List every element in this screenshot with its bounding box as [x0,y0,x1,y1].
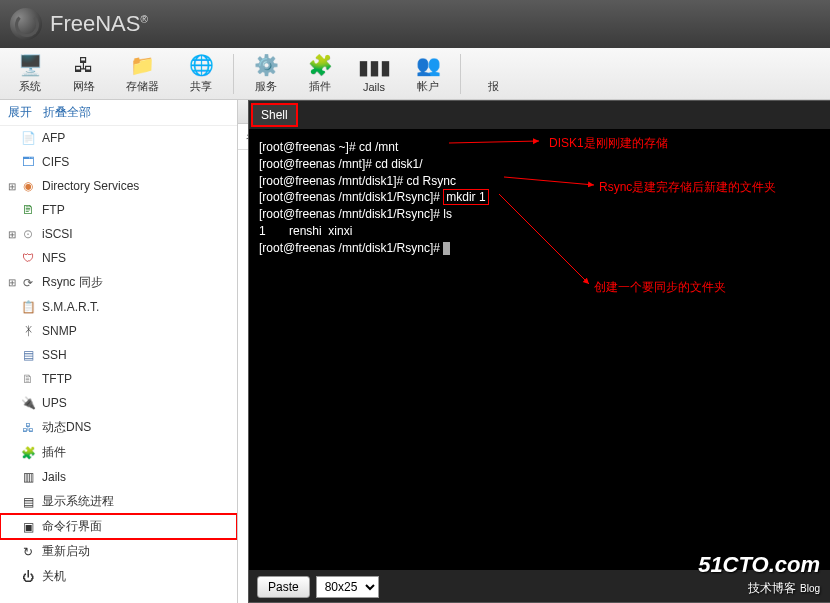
paste-button[interactable]: Paste [257,576,310,598]
toolbar-icon: ▮▮▮ [362,55,386,79]
toolbar-item[interactable]: 👥帐户 [402,51,454,96]
expand-icon[interactable]: ⊞ [6,181,18,192]
service-icon: ▤ [20,494,36,510]
toolbar-icon [481,53,505,77]
toolbar-item[interactable]: 📁存储器 [112,51,173,96]
tree-label: 动态DNS [42,419,91,436]
content-area: 名 Shell [root@freenas ~]# cd /mnt[root@f… [238,100,830,603]
annotation-label: DISK1是刚刚建的存储 [549,135,668,152]
service-icon: ◉ [20,178,36,194]
toolbar-item[interactable]: ⚙️服务 [240,51,292,96]
terminal-line: [root@freenas ~]# cd /mnt [259,139,821,156]
toolbar-item[interactable]: 🖧网络 [58,51,110,96]
tree-label: 命令行界面 [42,518,102,535]
shell-title: Shell [251,103,298,127]
tree-label: Rsync 同步 [42,274,103,291]
tree-item[interactable]: 📄AFP [0,126,237,150]
service-icon: 📋 [20,299,36,315]
service-icon: 🖧 [20,420,36,436]
service-icon: 📄 [20,130,36,146]
expand-icon[interactable]: ⊞ [6,277,18,288]
service-icon: 🧩 [20,445,36,461]
service-icon: ▤ [20,347,36,363]
service-icon: ᛡ [20,323,36,339]
cursor-icon [443,242,450,255]
tree-item[interactable]: ᛡSNMP [0,319,237,343]
expand-icon[interactable]: ⊞ [6,229,18,240]
tree-item[interactable]: ▤SSH [0,343,237,367]
tree-item[interactable]: ⊞⊙iSCSI [0,222,237,246]
service-icon: 🗎 [20,371,36,387]
tree-label: CIFS [42,155,69,169]
toolbar-label: Jails [363,81,385,93]
sidebar: 展开 折叠全部 📄AFP🗔CIFS⊞◉Directory Services🖹FT… [0,100,238,603]
toolbar-item[interactable]: ▮▮▮Jails [348,53,400,95]
tree-label: S.M.A.R.T. [42,300,99,314]
service-icon: ⊙ [20,226,36,242]
annotation-label: Rsync是建完存储后新建的文件夹 [599,179,776,196]
toolbar-icon: ⚙️ [254,53,278,77]
main-toolbar: 🖥️系统🖧网络📁存储器🌐共享⚙️服务🧩插件▮▮▮Jails👥帐户报 [0,48,830,100]
tree-item[interactable]: ⊞◉Directory Services [0,174,237,198]
tree-label: SSH [42,348,67,362]
tree-item[interactable]: 🧩插件 [0,440,237,465]
annotation-label: 创建一个要同步的文件夹 [594,279,726,296]
toolbar-label: 插件 [309,79,331,94]
tree-item[interactable]: 📋S.M.A.R.T. [0,295,237,319]
tree-label: AFP [42,131,65,145]
tree-item[interactable]: 🗎TFTP [0,367,237,391]
tree-label: 显示系统进程 [42,493,114,510]
tree-item[interactable]: ▤显示系统进程 [0,489,237,514]
tree-item[interactable]: ▥Jails [0,465,237,489]
service-icon: ⟳ [20,275,36,291]
service-icon: 🗔 [20,154,36,170]
tree-item[interactable]: 🖹FTP [0,198,237,222]
terminal-line: 1 renshi xinxi [259,223,821,240]
brand-name: FreeNAS® [50,11,148,37]
tree-item[interactable]: 🛡NFS [0,246,237,270]
tree-item[interactable]: 🖧动态DNS [0,415,237,440]
shell-footer: Paste 80x25 [257,576,379,598]
toolbar-label: 系统 [19,79,41,94]
service-icon: ↻ [20,544,36,560]
toolbar-icon: 🖥️ [18,53,42,77]
terminal-line: [root@freenas /mnt/disk1/Rsync]# [259,240,821,257]
toolbar-label: 存储器 [126,79,159,94]
toolbar-icon: 📁 [131,53,155,77]
tree-item[interactable]: ⏻关机 [0,564,237,589]
tree-label: TFTP [42,372,72,386]
sidebar-actions: 展开 折叠全部 [0,100,237,126]
toolbar-label: 共享 [190,79,212,94]
toolbar-label: 帐户 [417,79,439,94]
toolbar-icon: 🌐 [189,53,213,77]
toolbar-label: 服务 [255,79,277,94]
toolbar-label: 网络 [73,79,95,94]
collapse-all-link[interactable]: 折叠全部 [43,105,91,119]
tree-label: 重新启动 [42,543,90,560]
terminal[interactable]: [root@freenas ~]# cd /mnt[root@freenas /… [249,129,830,570]
tree-item[interactable]: ▣命令行界面 [0,514,237,539]
tree-item[interactable]: ⊞⟳Rsync 同步 [0,270,237,295]
terminal-line: [root@freenas /mnt/disk1/Rsync]# ls [259,206,821,223]
terminal-line: [root@freenas /mnt]# cd disk1/ [259,156,821,173]
tree-label: UPS [42,396,67,410]
toolbar-item[interactable]: 报 [467,51,519,96]
service-icon: ▣ [20,519,36,535]
service-icon: 🛡 [20,250,36,266]
tree-label: 插件 [42,444,66,461]
watermark: 51CTO.com 技术博客 Blog [698,552,820,597]
tree-label: SNMP [42,324,77,338]
toolbar-item[interactable]: 🧩插件 [294,51,346,96]
terminal-size-select[interactable]: 80x25 [316,576,379,598]
toolbar-item[interactable]: 🖥️系统 [4,51,56,96]
tree-item[interactable]: ↻重新启动 [0,539,237,564]
tree-item[interactable]: 🔌UPS [0,391,237,415]
toolbar-icon: 🖧 [72,53,96,77]
tree-label: 关机 [42,568,66,585]
tree-item[interactable]: 🗔CIFS [0,150,237,174]
tree-label: Jails [42,470,66,484]
toolbar-item[interactable]: 🌐共享 [175,51,227,96]
expand-all-link[interactable]: 展开 [8,105,32,119]
toolbar-icon: 👥 [416,53,440,77]
shell-window: Shell [root@freenas ~]# cd /mnt[root@fre… [248,100,830,603]
